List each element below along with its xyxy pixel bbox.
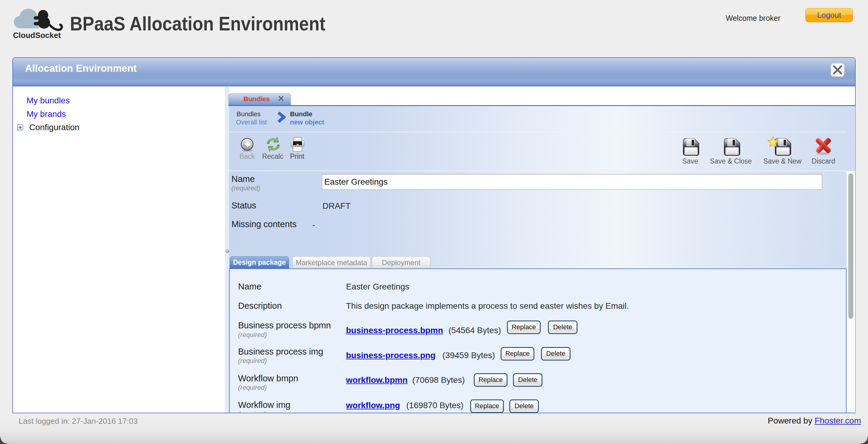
svg-text:CloudSocket: CloudSocket	[13, 31, 61, 40]
